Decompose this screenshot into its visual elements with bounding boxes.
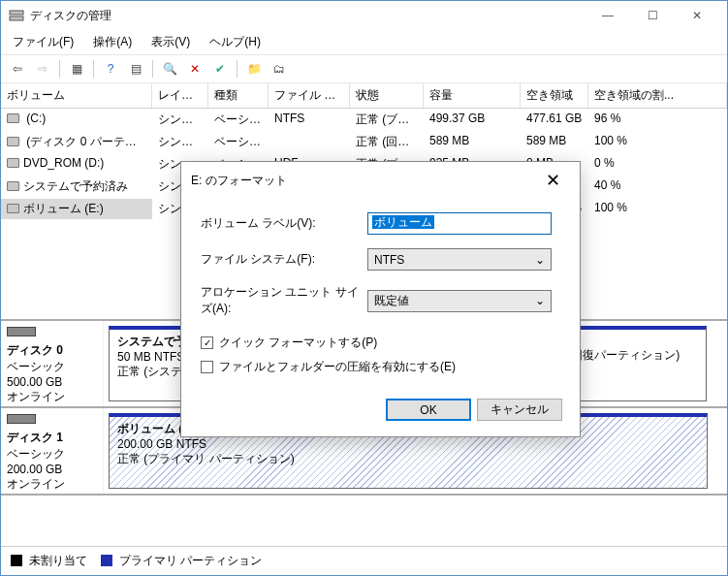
menu-action[interactable]: 操作(A) xyxy=(89,32,136,52)
new-folder-icon[interactable]: 📁 xyxy=(243,58,265,80)
allocation-label: アロケーション ユニット サイズ(A): xyxy=(201,284,367,317)
filesystem-value: NTFS xyxy=(374,253,404,267)
checkbox-checked-icon: ✓ xyxy=(201,336,213,349)
dialog-title: E: のフォーマット xyxy=(191,173,535,189)
chevron-down-icon: ⌄ xyxy=(535,253,545,267)
volume-label-input[interactable]: ボリューム xyxy=(367,212,552,235)
app-icon xyxy=(9,8,24,23)
search-icon[interactable]: 🔍 xyxy=(159,58,180,80)
help-icon[interactable]: ? xyxy=(100,58,121,80)
format-dialog: E: のフォーマット ✕ ボリューム ラベル(V): ボリューム ファイル シス… xyxy=(180,161,581,437)
col-capacity[interactable]: 容量 xyxy=(424,83,521,108)
ok-button[interactable]: OK xyxy=(386,399,471,421)
legend-primary: プライマリ パーティション xyxy=(119,554,262,567)
close-button[interactable]: ✕ xyxy=(675,1,719,30)
col-layout[interactable]: レイアウト xyxy=(152,83,208,108)
cancel-button[interactable]: キャンセル xyxy=(477,399,562,421)
disk-icon xyxy=(7,327,36,336)
allocation-select[interactable]: 既定値 ⌄ xyxy=(367,290,552,312)
quick-format-label: クイック フォーマットする(P) xyxy=(219,335,377,351)
allocation-value: 既定値 xyxy=(374,293,409,309)
compression-label: ファイルとフォルダーの圧縮を有効にする(E) xyxy=(219,359,456,375)
volume-row[interactable]: (ディスク 0 パーティシ...シンプルベーシック正常 (回復...589 MB… xyxy=(1,131,727,153)
dialog-close-button[interactable]: ✕ xyxy=(535,170,570,191)
col-status[interactable]: 状態 xyxy=(350,83,424,108)
drive-icon xyxy=(7,158,19,168)
col-volume[interactable]: ボリューム xyxy=(1,83,152,108)
drive-icon xyxy=(7,137,19,146)
legend-unalloc: 未割り当て xyxy=(29,554,87,567)
svg-rect-1 xyxy=(10,16,23,20)
list-header[interactable]: ボリューム レイアウト 種類 ファイル システム 状態 容量 空き領域 空き領域… xyxy=(1,83,727,109)
filesystem-label: ファイル システム(F): xyxy=(201,251,367,268)
quick-format-checkbox[interactable]: ✓ クイック フォーマットする(P) xyxy=(201,335,560,351)
minimize-button[interactable]: — xyxy=(586,1,630,30)
list-icon[interactable]: ▤ xyxy=(125,58,146,80)
col-percent[interactable]: 空き領域の割... xyxy=(588,83,727,108)
legend-swatch-unalloc xyxy=(11,555,22,566)
drive-icon xyxy=(7,113,19,123)
delete-icon[interactable]: ✕ xyxy=(184,58,206,80)
filesystem-select[interactable]: NTFS ⌄ xyxy=(367,248,552,271)
disk-info: ディスク 1ベーシック200.00 GBオンライン xyxy=(1,408,104,494)
maximize-button[interactable]: ☐ xyxy=(630,1,675,30)
grid-icon[interactable]: ▦ xyxy=(66,58,87,80)
toolbar: ⇦ ⇨ ▦ ? ▤ 🔍 ✕ ✔ 📁 🗂 xyxy=(1,54,727,83)
titlebar[interactable]: ディスクの管理 — ☐ ✕ xyxy=(1,1,727,30)
menu-file[interactable]: ファイル(F) xyxy=(9,32,78,52)
compression-checkbox[interactable]: ファイルとフォルダーの圧縮を有効にする(E) xyxy=(201,359,560,375)
checkbox-unchecked-icon xyxy=(201,361,213,373)
forward-icon[interactable]: ⇨ xyxy=(32,58,53,80)
legend-swatch-primary xyxy=(101,555,112,566)
menu-help[interactable]: ヘルプ(H) xyxy=(206,32,265,52)
menu-view[interactable]: 表示(V) xyxy=(147,32,194,52)
menubar: ファイル(F) 操作(A) 表示(V) ヘルプ(H) xyxy=(1,30,727,54)
volume-row[interactable]: (C:)シンプルベーシックNTFS正常 (ブート...499.37 GB477.… xyxy=(1,109,727,131)
col-fs[interactable]: ファイル システム xyxy=(269,83,350,108)
volume-label-label: ボリューム ラベル(V): xyxy=(201,215,367,232)
check-icon[interactable]: ✔ xyxy=(209,58,231,80)
volume-label-value: ボリューム xyxy=(372,215,434,229)
svg-rect-0 xyxy=(10,11,23,15)
col-free[interactable]: 空き領域 xyxy=(521,83,588,108)
disk-icon xyxy=(7,414,36,424)
open-icon[interactable]: 🗂 xyxy=(269,58,290,80)
col-type[interactable]: 種類 xyxy=(208,83,269,108)
chevron-down-icon: ⌄ xyxy=(535,294,545,307)
window-title: ディスクの管理 xyxy=(30,8,586,24)
back-icon[interactable]: ⇦ xyxy=(7,58,28,80)
disk-info: ディスク 0ベーシック500.00 GBオンライン xyxy=(1,321,104,406)
drive-icon xyxy=(7,204,19,213)
drive-icon xyxy=(7,181,19,191)
legend: 未割り当て プライマリ パーティション xyxy=(1,546,727,575)
